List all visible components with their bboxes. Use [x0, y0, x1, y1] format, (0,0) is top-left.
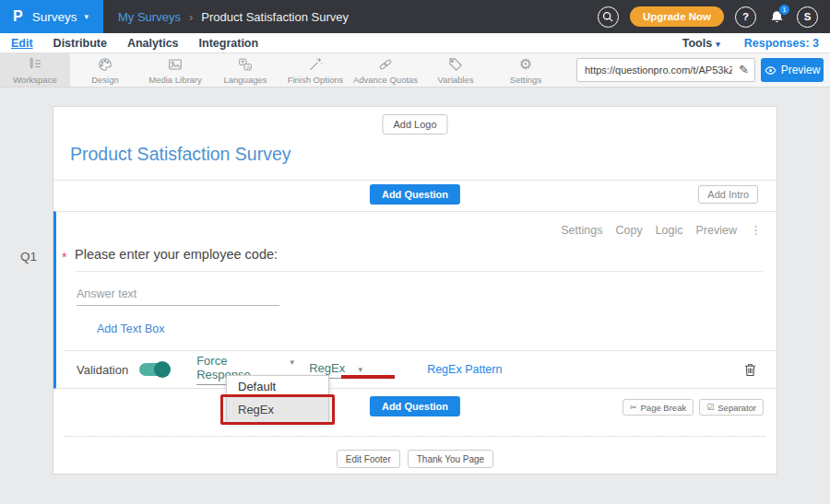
question-underline	[75, 271, 763, 272]
upgrade-now-button[interactable]: Upgrade Now	[630, 6, 724, 27]
page-controls: ✂Page Break ☑Separator	[622, 399, 764, 416]
toolbar-media-library[interactable]: Media Library	[140, 53, 210, 87]
add-intro-button[interactable]: Add Intro	[698, 185, 758, 204]
regex-pattern-link[interactable]: RegEx Pattern	[427, 363, 502, 376]
add-text-box-link[interactable]: Add Text Box	[97, 322, 164, 335]
toolbar-workspace[interactable]: Workspace	[0, 53, 70, 87]
toolbar-advance-quotas[interactable]: Advance Quotas	[350, 53, 421, 87]
surveys-menu-label: Surveys	[32, 10, 77, 24]
search-button[interactable]	[598, 6, 619, 28]
magic-wand-icon	[307, 56, 324, 73]
validation-row: Validation Force Response ▾ RegEx ▾ RegE…	[64, 350, 777, 388]
toolbar-finish-options-label: Finish Options	[288, 75, 344, 85]
preview-label: Preview	[781, 64, 821, 76]
add-question-button-bottom[interactable]: Add Question	[370, 396, 460, 416]
survey-canvas: Q1 Add Logo Product Satisfaction Survey …	[0, 88, 830, 504]
toolbar-advance-quotas-label: Advance Quotas	[353, 75, 418, 85]
toolbar-settings[interactable]: ⚙ Settings	[491, 53, 561, 87]
menu-option-regex[interactable]: RegEx	[227, 397, 328, 422]
question-copy-link[interactable]: Copy	[615, 224, 642, 237]
chain-links-icon	[377, 56, 394, 73]
languages-icon: A	[237, 56, 254, 73]
account-avatar[interactable]: S	[797, 6, 818, 28]
survey-nav: Edit Distribute Analytics Integration To…	[0, 33, 830, 53]
questionpro-survey-editor: P Surveys ▾ My Surveys › Product Satisfa…	[0, 0, 830, 504]
trash-icon	[744, 363, 756, 377]
notifications-button[interactable]: 1	[767, 7, 786, 26]
breadcrumb-separator: ›	[189, 10, 193, 24]
edit-footer-button[interactable]: Edit Footer	[337, 450, 400, 468]
gear-icon: ⚙	[519, 56, 532, 73]
toolbar-variables-label: Variables	[438, 75, 474, 85]
question-settings-link[interactable]: Settings	[561, 224, 602, 237]
page-break-button[interactable]: ✂Page Break	[622, 399, 694, 416]
thank-you-page-button[interactable]: Thank You Page	[408, 450, 493, 468]
top-bar: P Surveys ▾ My Surveys › Product Satisfa…	[0, 0, 830, 33]
question-block: Settings Copy Logic Preview ⋮ * Please e…	[53, 211, 777, 389]
toggle-knob	[154, 361, 171, 378]
editor-toolbar: Workspace Design Media Library A Languag…	[0, 53, 830, 88]
menu-option-default[interactable]: Default	[227, 376, 328, 397]
top-bar-actions: Upgrade Now ? 1 S	[598, 6, 830, 28]
toolbar-media-library-label: Media Library	[148, 75, 202, 85]
question-text[interactable]: Please enter your employee code:	[75, 247, 278, 262]
question-logic-link[interactable]: Logic	[656, 224, 683, 237]
dotted-divider	[65, 436, 765, 437]
question-mark-icon: ?	[742, 11, 749, 22]
survey-url-field: ✎	[576, 58, 755, 82]
question-number: Q1	[20, 250, 37, 264]
add-question-row-bottom: Add Question ✂Page Break ☑Separator	[53, 389, 777, 426]
add-logo-button[interactable]: Add Logo	[382, 114, 447, 135]
chevron-down-icon: ▾	[290, 357, 295, 367]
tools-menu[interactable]: Tools▾	[682, 37, 720, 50]
toolbar-variables[interactable]: Variables	[421, 53, 491, 87]
breadcrumb-my-surveys[interactable]: My Surveys	[118, 10, 181, 24]
preview-button[interactable]: Preview	[761, 58, 824, 82]
notification-badge: 1	[778, 4, 790, 16]
avatar-initial: S	[804, 11, 812, 22]
survey-title[interactable]: Product Satisfaction Survey	[70, 144, 291, 165]
chevron-down-icon: ▾	[716, 40, 720, 49]
design-palette-icon	[97, 56, 113, 73]
toolbar-finish-options[interactable]: Finish Options	[280, 53, 350, 87]
surveys-menu[interactable]: P Surveys ▾	[0, 0, 103, 33]
tools-label: Tools	[682, 37, 712, 50]
tab-distribute[interactable]: Distribute	[53, 37, 107, 50]
separator-box-icon: ☑	[706, 403, 714, 412]
tab-analytics[interactable]: Analytics	[127, 37, 179, 50]
validation-toggle[interactable]	[139, 363, 169, 376]
chevron-down-icon: ▾	[359, 365, 363, 374]
toolbar-languages-label: Languages	[223, 75, 267, 85]
workspace-icon	[27, 56, 43, 73]
toolbar-design-label: Design	[91, 75, 119, 85]
answer-text-input[interactable]	[77, 282, 279, 306]
add-question-row-top: Add Question Add Intro	[53, 180, 777, 211]
separator-label: Separator	[717, 403, 756, 413]
scissors-icon: ✂	[630, 403, 637, 412]
breadcrumb: My Surveys › Product Satisfaction Survey	[118, 10, 349, 24]
validation-type-menu: Default RegEx	[226, 375, 329, 423]
survey-url-input[interactable]	[577, 59, 732, 81]
survey-card: Add Logo Product Satisfaction Survey Add…	[53, 106, 777, 475]
nav-right: Tools▾ Responses: 3	[682, 37, 819, 50]
tab-integration[interactable]: Integration	[199, 37, 259, 50]
question-preview-link[interactable]: Preview	[696, 224, 737, 237]
tab-edit[interactable]: Edit	[11, 37, 33, 50]
kebab-menu-icon[interactable]: ⋮	[750, 223, 762, 237]
validation-type-value: RegEx	[309, 361, 345, 375]
toolbar-workspace-label: Workspace	[13, 75, 56, 85]
validation-label: Validation	[77, 363, 128, 377]
toolbar-settings-label: Settings	[510, 75, 541, 85]
chevron-down-icon: ▾	[84, 12, 89, 21]
tag-icon	[447, 56, 464, 73]
separator-button[interactable]: ☑Separator	[699, 399, 764, 416]
help-button[interactable]: ?	[735, 6, 756, 28]
responses-count[interactable]: Responses: 3	[744, 37, 819, 50]
breadcrumb-current-survey: Product Satisfaction Survey	[201, 10, 349, 24]
edit-url-pencil-icon[interactable]: ✎	[739, 63, 749, 76]
toolbar-design[interactable]: Design	[70, 53, 140, 87]
toolbar-languages[interactable]: A Languages	[210, 53, 280, 87]
add-question-button-top[interactable]: Add Question	[370, 184, 460, 205]
footer-row: Edit Footer Thank You Page	[53, 450, 777, 468]
delete-question-button[interactable]	[744, 363, 756, 377]
